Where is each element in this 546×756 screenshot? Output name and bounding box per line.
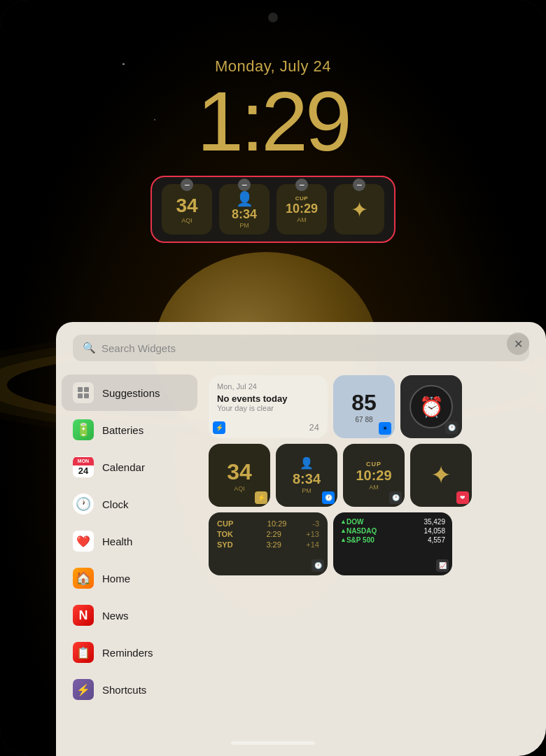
wc-time-syd: 3:29 xyxy=(260,540,287,549)
widget-row-2: 34 AQI ⚡ 👤 8:34 PM 🕐 xyxy=(209,444,535,507)
worldclock-widget[interactable]: CUP 10:29 -3 TOK 2:29 +13 SYD 3:29 + xyxy=(209,512,328,575)
cup-ampm: AM xyxy=(297,216,307,223)
aqi-number: 34 xyxy=(227,459,252,485)
stock-val-dow: 35,429 xyxy=(424,518,445,526)
clock-time-value: 8:34 xyxy=(232,207,257,222)
cup-ampm-text: AM xyxy=(369,484,379,491)
calendar-widget[interactable]: Mon, Jul 24 No events today Your day is … xyxy=(209,375,328,438)
stock-arrow-sp500: ▲ xyxy=(340,536,346,544)
sidebar-item-shortcuts[interactable]: ⚡ Shortcuts xyxy=(62,671,197,708)
sparkle-icon-lg: ✦ xyxy=(430,461,451,490)
stocks-row-nasdaq: ▲ NASDAQ 14,058 xyxy=(340,527,445,535)
search-bar[interactable]: 🔍 Search Widgets xyxy=(73,335,529,361)
alarm-clock-widget[interactable]: ⏰ 🕐 xyxy=(400,375,462,438)
batteries-label: Batteries xyxy=(102,424,144,436)
stock-name-sp500: S&P 500 xyxy=(346,536,374,544)
search-placeholder: Search Widgets xyxy=(102,342,176,354)
svg-rect-2 xyxy=(78,393,83,398)
aqi-label: AQI xyxy=(181,217,192,224)
sparkle-badge: ❤ xyxy=(456,491,469,504)
weather-badge: ☀ xyxy=(379,422,391,435)
wc-time-cup: 10:29 xyxy=(264,519,290,528)
sparkle-badge-icon: ❤ xyxy=(460,494,465,501)
widget-sparkle[interactable]: − ✦ xyxy=(334,184,384,234)
weather-high: 88 xyxy=(365,416,372,424)
close-button[interactable]: ✕ xyxy=(507,332,529,355)
ct-badge-icon: 🕐 xyxy=(325,494,332,501)
widget-row-3: CUP 10:29 -3 TOK 2:29 +13 SYD 3:29 + xyxy=(209,512,535,575)
worldclock-row-cup: CUP 10:29 -3 xyxy=(217,519,319,528)
aqi-widget[interactable]: 34 AQI ⚡ xyxy=(209,444,270,507)
widget-minus-cup[interactable]: − xyxy=(295,178,308,191)
stocks-row-dow: ▲ DOW 35,429 xyxy=(340,518,445,526)
widget-panel: 🔍 Search Widgets ✕ Suggestions 🔋 Batteri… xyxy=(56,322,546,756)
widget-aqi[interactable]: − 34 AQI xyxy=(162,184,212,234)
stocks-badge-icon: 📈 xyxy=(439,562,447,569)
shortcuts-icon: ⚡ xyxy=(73,679,94,700)
camera-notch xyxy=(268,13,278,22)
stocks-row-sp500: ▲ S&P 500 4,557 xyxy=(340,536,445,544)
wc-diff-cup: -3 xyxy=(312,519,319,528)
widget-clock-time[interactable]: − 👤 8:34 PM xyxy=(219,184,270,234)
time-display: 1:29 xyxy=(197,79,349,163)
widget-minus-sparkle[interactable]: − xyxy=(353,178,365,191)
wc-city-tok: TOK xyxy=(217,530,241,538)
weather-icon: ☀ xyxy=(382,425,388,432)
cup-label: CUP xyxy=(295,195,308,202)
batteries-icon: 🔋 xyxy=(73,419,94,440)
widget-bar[interactable]: − 34 AQI − 👤 8:34 PM − CUP 10:29 AM − xyxy=(150,176,396,243)
widget-minus-clock[interactable]: − xyxy=(238,178,251,191)
home-indicator xyxy=(231,741,315,745)
widget-cup[interactable]: − CUP 10:29 AM xyxy=(276,184,327,234)
stocks-badge: 📈 xyxy=(436,559,449,572)
clock-badge: 🕐 xyxy=(445,421,458,434)
sparkle-widget[interactable]: ✦ ❤ xyxy=(410,444,472,507)
sidebar-item-health[interactable]: ❤️ Health xyxy=(62,523,197,559)
sidebar-item-suggestions[interactable]: Suggestions xyxy=(62,374,197,411)
weather-widget[interactable]: 85 67 88 ☀ xyxy=(333,375,395,438)
cal-clear: Your day is clear xyxy=(217,404,319,412)
sidebar-item-batteries[interactable]: 🔋 Batteries xyxy=(62,412,197,448)
svg-rect-3 xyxy=(84,393,89,398)
wc-time-tok: 2:29 xyxy=(260,530,287,538)
wc-city-syd: SYD xyxy=(217,540,241,549)
ct-badge: 🕐 xyxy=(322,491,335,504)
stock-val-sp500: 4,557 xyxy=(428,536,445,544)
clock-time-ampm: PM xyxy=(239,222,249,229)
sidebar-item-reminders[interactable]: 📋 Reminders xyxy=(62,634,197,671)
health-icon: ❤️ xyxy=(73,531,94,552)
health-label: Health xyxy=(102,536,132,547)
clock-time-widget[interactable]: 👤 8:34 PM 🕐 xyxy=(276,444,337,507)
clock-small-icon: 🕐 xyxy=(448,424,456,431)
stock-arrow-dow: ▲ xyxy=(340,518,346,526)
ct-time: 8:34 xyxy=(293,471,321,487)
cup-badge-icon: 🕐 xyxy=(392,494,400,501)
aqi-value: 34 xyxy=(176,195,197,217)
cup-badge: 🕐 xyxy=(389,491,402,504)
widget-minus-aqi[interactable]: − xyxy=(181,178,193,191)
sidebar-item-news[interactable]: N News xyxy=(62,597,197,634)
aqi-label-text: AQI xyxy=(234,485,245,492)
weather-range: 67 88 xyxy=(355,416,372,424)
cal-badge-blue: ⚡ xyxy=(213,421,225,434)
sidebar-item-calendar[interactable]: MON 24 Calendar xyxy=(62,449,197,485)
home-icon: 🏠 xyxy=(73,568,94,589)
stock-val-nasdaq: 14,058 xyxy=(424,527,445,535)
lightning-icon: ⚡ xyxy=(216,424,223,431)
ct-icon: 👤 xyxy=(300,456,314,470)
news-icon: N xyxy=(73,605,94,626)
reminders-label: Reminders xyxy=(102,647,153,659)
cal-date: Mon, Jul 24 xyxy=(217,382,319,391)
sidebar-item-home[interactable]: 🏠 Home xyxy=(62,560,197,596)
suggestions-label: Suggestions xyxy=(102,387,160,399)
widget-row-1: Mon, Jul 24 No events today Your day is … xyxy=(209,375,535,438)
sidebar-item-clock[interactable]: 🕐 Clock xyxy=(62,486,197,522)
calendar-label: Calendar xyxy=(102,461,145,473)
panel-body: Suggestions 🔋 Batteries MON 24 Calendar xyxy=(56,368,546,756)
date-display: Monday, July 24 xyxy=(215,57,331,76)
aqi-badge-icon: ⚡ xyxy=(258,494,265,501)
stocks-widget[interactable]: ▲ DOW 35,429 ▲ NASDAQ 14,058 ▲ xyxy=(333,512,452,575)
ct-ampm: PM xyxy=(302,487,312,494)
cup-time-widget[interactable]: CUP 10:29 AM 🕐 xyxy=(343,444,405,507)
home-label: Home xyxy=(102,573,130,584)
